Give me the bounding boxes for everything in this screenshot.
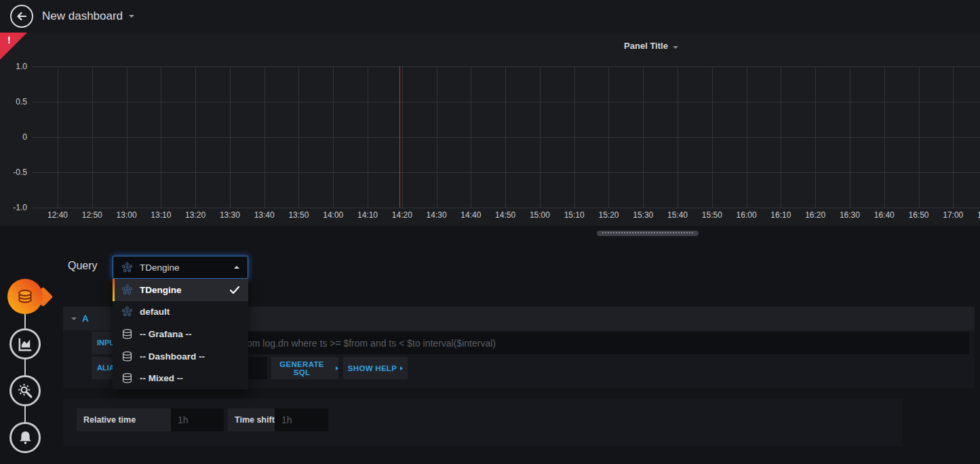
v-gridline bbox=[402, 66, 403, 208]
tab-queries[interactable] bbox=[7, 279, 47, 314]
back-button[interactable] bbox=[10, 5, 33, 28]
datasource-option-grafana[interactable]: -- Grafana -- bbox=[113, 323, 248, 345]
panel-title-dropdown[interactable]: Panel Title bbox=[563, 39, 739, 52]
time-annotation-line bbox=[399, 66, 400, 208]
y-axis-tick: -1.0 bbox=[0, 203, 27, 212]
bell-icon bbox=[17, 429, 34, 446]
v-gridline bbox=[815, 66, 816, 208]
v-gridline bbox=[574, 66, 575, 208]
tab-alert[interactable] bbox=[9, 422, 41, 453]
arrow-left-icon bbox=[16, 10, 28, 22]
chevron-up-icon bbox=[234, 266, 239, 269]
h-gridline bbox=[33, 102, 980, 102]
chevron-down-icon bbox=[71, 317, 77, 320]
y-axis-tick: -0.5 bbox=[0, 168, 27, 177]
gear-wrench-icon bbox=[17, 383, 34, 400]
h-gridline bbox=[33, 172, 980, 173]
top-navbar: New dashboard bbox=[0, 0, 980, 33]
v-gridline bbox=[678, 66, 678, 208]
datasource-select-value: TDengine bbox=[140, 263, 180, 273]
query-section-label: Query bbox=[68, 260, 98, 272]
relative-time-input[interactable] bbox=[171, 408, 224, 431]
v-gridline bbox=[333, 66, 334, 208]
database-icon bbox=[121, 351, 133, 362]
chevron-down-icon bbox=[673, 46, 678, 49]
v-gridline bbox=[161, 66, 161, 208]
v-gridline bbox=[264, 66, 265, 208]
generate-sql-button[interactable]: GENERATE SQL bbox=[271, 357, 338, 379]
y-axis-tick: 0 bbox=[0, 132, 27, 142]
tdengine-logo-icon bbox=[121, 306, 133, 317]
y-axis-tick: 0.5 bbox=[0, 97, 27, 107]
tab-general[interactable] bbox=[9, 375, 41, 406]
v-gridline bbox=[368, 66, 368, 208]
v-gridline bbox=[505, 66, 506, 208]
v-gridline bbox=[643, 66, 644, 208]
check-icon bbox=[230, 286, 239, 294]
v-gridline bbox=[230, 66, 231, 208]
datasource-menu: TDenginedefault-- Grafana ---- Dashboard… bbox=[113, 279, 248, 389]
time-shift-input[interactable] bbox=[275, 408, 328, 431]
panel-error-indicator[interactable] bbox=[0, 33, 27, 60]
datasource-option-label: -- Dashboard -- bbox=[140, 351, 205, 362]
v-gridline bbox=[540, 66, 541, 208]
show-help-button[interactable]: SHOW HELP bbox=[343, 357, 408, 379]
v-gridline bbox=[92, 66, 93, 208]
chevron-down-icon bbox=[129, 15, 134, 18]
relative-time-label: Relative time bbox=[77, 408, 171, 431]
v-gridline bbox=[608, 66, 609, 208]
panel-resize-handle[interactable] bbox=[597, 231, 699, 236]
query-row-letter: A bbox=[82, 313, 89, 324]
datasource-option-label: -- Grafana -- bbox=[140, 329, 192, 339]
tab-visualization[interactable] bbox=[9, 328, 41, 360]
datasource-option-default[interactable]: default bbox=[113, 301, 248, 324]
v-gridline bbox=[781, 66, 781, 208]
v-gridline bbox=[195, 66, 196, 208]
tabs-connector-line bbox=[24, 296, 26, 438]
v-gridline bbox=[127, 66, 128, 208]
v-gridline bbox=[437, 66, 437, 208]
time-options-section: Relative time Time shift bbox=[63, 399, 902, 446]
graph-panel: Panel Title 1.00.50-0.5-1.012:4012:5013:… bbox=[0, 33, 980, 226]
h-gridline bbox=[33, 208, 980, 208]
y-axis-tick: 1.0 bbox=[0, 62, 27, 71]
v-gridline bbox=[850, 66, 850, 208]
datasource-option-label: default bbox=[140, 307, 170, 317]
datasource-option-tdengine[interactable]: TDengine bbox=[113, 279, 248, 301]
v-gridline bbox=[298, 66, 299, 208]
database-icon bbox=[121, 372, 133, 384]
tdengine-logo-icon bbox=[121, 284, 133, 296]
time-shift-label: Time shift bbox=[228, 408, 275, 431]
v-gridline bbox=[884, 66, 885, 208]
caret-right-icon bbox=[336, 366, 338, 370]
panel-title: Panel Title bbox=[624, 41, 668, 51]
database-icon bbox=[121, 328, 133, 340]
area-chart-icon bbox=[17, 336, 34, 353]
datasource-select[interactable]: TDengine bbox=[113, 256, 248, 279]
exclamation-icon: ! bbox=[7, 35, 11, 45]
sql-input[interactable] bbox=[126, 332, 969, 354]
v-gridline bbox=[953, 66, 954, 208]
h-gridline bbox=[33, 66, 980, 67]
dashboard-title: New dashboard bbox=[42, 9, 123, 23]
datasource-option-mixed[interactable]: -- Mixed -- bbox=[113, 367, 248, 389]
x-axis-tick: 17:10 bbox=[967, 210, 980, 220]
v-gridline bbox=[919, 66, 920, 208]
tdengine-logo-icon bbox=[121, 262, 133, 273]
datasource-option-label: TDengine bbox=[140, 285, 182, 295]
v-gridline bbox=[747, 66, 747, 208]
h-gridline bbox=[33, 137, 980, 138]
database-icon bbox=[16, 287, 35, 306]
v-gridline bbox=[712, 66, 713, 208]
datasource-option-dashboard[interactable]: -- Dashboard -- bbox=[113, 345, 248, 368]
caret-right-icon bbox=[400, 366, 403, 370]
datasource-option-label: -- Mixed -- bbox=[140, 373, 183, 383]
dashboard-title-dropdown[interactable]: New dashboard bbox=[42, 0, 134, 33]
v-gridline bbox=[58, 66, 58, 208]
v-gridline bbox=[471, 66, 471, 208]
